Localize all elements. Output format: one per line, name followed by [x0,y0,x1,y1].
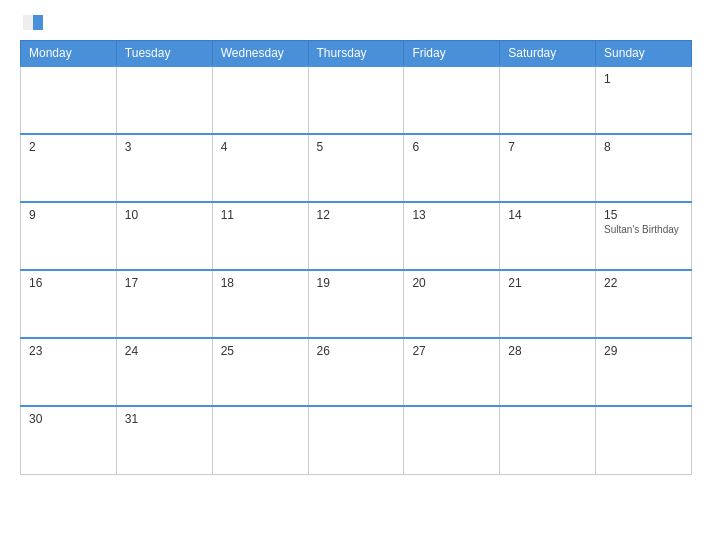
week-row-1: 2345678 [21,134,692,202]
calendar-cell [212,406,308,474]
calendar-cell: 30 [21,406,117,474]
calendar-cell: 28 [500,338,596,406]
calendar-cell: 10 [116,202,212,270]
day-number: 25 [221,344,300,358]
logo-flag-icon [23,15,43,30]
day-number: 16 [29,276,108,290]
day-number: 29 [604,344,683,358]
week-row-5: 3031 [21,406,692,474]
calendar-cell: 1 [596,66,692,134]
svg-marker-1 [23,15,33,30]
calendar-cell [500,66,596,134]
day-number: 7 [508,140,587,154]
day-number: 31 [125,412,204,426]
calendar-cell: 6 [404,134,500,202]
day-number: 17 [125,276,204,290]
day-number: 6 [412,140,491,154]
day-number: 22 [604,276,683,290]
day-number: 27 [412,344,491,358]
calendar-cell: 2 [21,134,117,202]
event-label: Sultan's Birthday [604,224,683,235]
calendar-cell [404,406,500,474]
day-header-tuesday: Tuesday [116,41,212,67]
day-number: 13 [412,208,491,222]
week-row-3: 16171819202122 [21,270,692,338]
calendar-cell: 18 [212,270,308,338]
calendar-cell [116,66,212,134]
day-number: 4 [221,140,300,154]
day-number: 28 [508,344,587,358]
day-number: 2 [29,140,108,154]
calendar-cell [404,66,500,134]
day-header-sunday: Sunday [596,41,692,67]
calendar-cell [308,406,404,474]
calendar-cell: 14 [500,202,596,270]
day-header-monday: Monday [21,41,117,67]
day-number: 26 [317,344,396,358]
calendar-cell [212,66,308,134]
day-number: 20 [412,276,491,290]
header [20,15,692,30]
day-header-friday: Friday [404,41,500,67]
calendar-cell: 19 [308,270,404,338]
day-number: 9 [29,208,108,222]
calendar-cell: 26 [308,338,404,406]
calendar-cell [596,406,692,474]
calendar-cell: 7 [500,134,596,202]
calendar-cell [308,66,404,134]
day-number: 18 [221,276,300,290]
week-row-0: 1 [21,66,692,134]
calendar-cell: 23 [21,338,117,406]
day-number: 8 [604,140,683,154]
day-header-saturday: Saturday [500,41,596,67]
calendar-cell: 12 [308,202,404,270]
calendar-cell: 21 [500,270,596,338]
calendar-cell: 4 [212,134,308,202]
day-number: 21 [508,276,587,290]
day-header-wednesday: Wednesday [212,41,308,67]
calendar-cell: 15Sultan's Birthday [596,202,692,270]
calendar-cell: 17 [116,270,212,338]
page: MondayTuesdayWednesdayThursdayFridaySatu… [0,0,712,550]
calendar-cell: 29 [596,338,692,406]
calendar-cell: 27 [404,338,500,406]
day-number: 11 [221,208,300,222]
calendar-header-row: MondayTuesdayWednesdayThursdayFridaySatu… [21,41,692,67]
day-number: 12 [317,208,396,222]
day-number: 3 [125,140,204,154]
calendar-cell: 11 [212,202,308,270]
day-number: 10 [125,208,204,222]
day-number: 14 [508,208,587,222]
calendar-cell: 25 [212,338,308,406]
calendar-cell: 20 [404,270,500,338]
calendar-cell [21,66,117,134]
calendar-cell: 13 [404,202,500,270]
calendar-cell: 5 [308,134,404,202]
calendar-cell: 3 [116,134,212,202]
logo [20,15,43,30]
week-row-2: 9101112131415Sultan's Birthday [21,202,692,270]
calendar-cell [500,406,596,474]
day-number: 15 [604,208,683,222]
calendar-cell: 8 [596,134,692,202]
week-row-4: 23242526272829 [21,338,692,406]
day-number: 1 [604,72,683,86]
calendar-cell: 22 [596,270,692,338]
day-header-thursday: Thursday [308,41,404,67]
calendar-cell: 16 [21,270,117,338]
day-number: 23 [29,344,108,358]
calendar-cell: 24 [116,338,212,406]
day-number: 5 [317,140,396,154]
calendar-cell: 31 [116,406,212,474]
day-number: 19 [317,276,396,290]
calendar: MondayTuesdayWednesdayThursdayFridaySatu… [20,40,692,475]
calendar-cell: 9 [21,202,117,270]
day-number: 30 [29,412,108,426]
day-number: 24 [125,344,204,358]
